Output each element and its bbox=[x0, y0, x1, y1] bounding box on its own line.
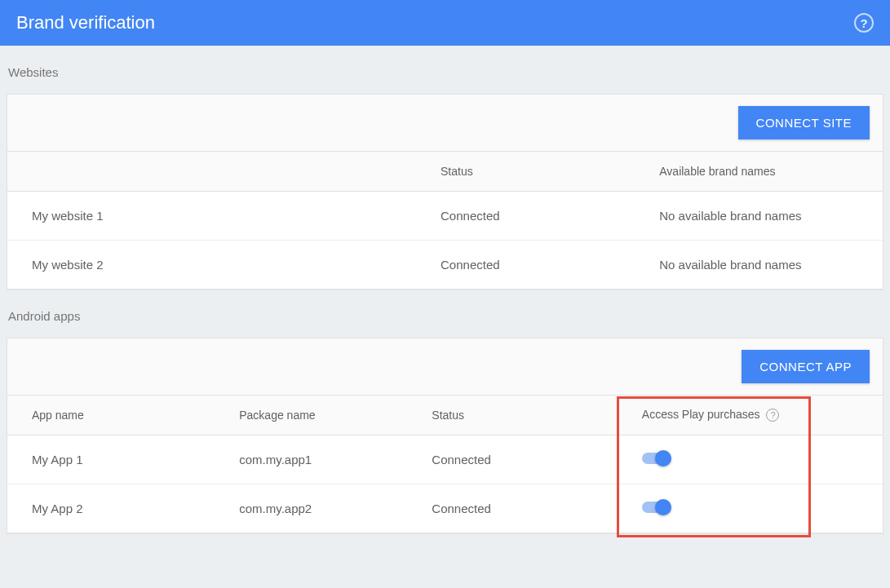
website-name: My website 1 bbox=[7, 191, 427, 240]
app-name: My App 1 bbox=[7, 435, 226, 484]
app-name: My App 2 bbox=[7, 484, 226, 533]
table-row: My website 2 Connected No available bran… bbox=[7, 240, 883, 289]
app-status: Connected bbox=[418, 484, 629, 533]
apps-section-title: Android apps bbox=[7, 290, 883, 338]
table-row: My website 1 Connected No available bran… bbox=[7, 191, 883, 240]
websites-col-brands: Available brand names bbox=[646, 152, 883, 191]
website-name: My website 2 bbox=[7, 240, 427, 289]
page-header: Brand verification ? bbox=[0, 0, 890, 46]
page-title: Brand verification bbox=[16, 12, 155, 33]
toggle-thumb bbox=[655, 499, 671, 515]
apps-col-access: Access Play purchases ? bbox=[629, 396, 883, 435]
apps-col-access-label: Access Play purchases bbox=[642, 408, 760, 421]
access-toggle[interactable] bbox=[642, 499, 671, 515]
help-icon[interactable]: ? bbox=[766, 409, 779, 422]
apps-card: CONNECT APP App name Package name Status… bbox=[7, 338, 883, 533]
table-row: My App 1 com.my.app1 Connected bbox=[7, 435, 883, 484]
connect-app-button[interactable]: CONNECT APP bbox=[742, 350, 870, 383]
websites-card: CONNECT SITE Status Available brand name… bbox=[7, 94, 883, 290]
access-toggle[interactable] bbox=[642, 450, 671, 466]
app-status: Connected bbox=[418, 435, 629, 484]
apps-col-name: App name bbox=[7, 396, 226, 435]
apps-toolbar: CONNECT APP bbox=[7, 338, 883, 396]
websites-section-title: Websites bbox=[7, 46, 883, 94]
website-brands: No available brand names bbox=[646, 240, 883, 289]
app-package: com.my.app1 bbox=[226, 435, 418, 484]
websites-table: Status Available brand names My website … bbox=[7, 152, 883, 289]
apps-col-status: Status bbox=[418, 396, 629, 435]
connect-site-button[interactable]: CONNECT SITE bbox=[738, 106, 870, 139]
websites-col-status: Status bbox=[427, 152, 646, 191]
help-icon[interactable]: ? bbox=[854, 13, 874, 33]
website-brands: No available brand names bbox=[646, 191, 883, 240]
apps-table: App name Package name Status Access Play… bbox=[7, 396, 883, 533]
table-row: My App 2 com.my.app2 Connected bbox=[7, 484, 883, 533]
website-status: Connected bbox=[427, 240, 646, 289]
toggle-thumb bbox=[655, 450, 671, 466]
websites-toolbar: CONNECT SITE bbox=[7, 95, 883, 152]
websites-col-name bbox=[7, 152, 427, 191]
apps-col-package: Package name bbox=[226, 396, 418, 435]
app-package: com.my.app2 bbox=[226, 484, 418, 533]
website-status: Connected bbox=[427, 191, 646, 240]
